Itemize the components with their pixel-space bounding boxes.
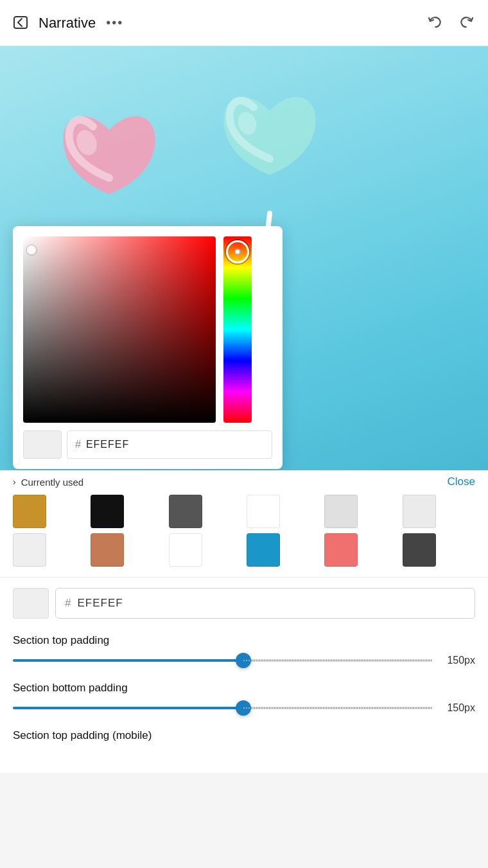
svg-rect-0 — [14, 17, 27, 28]
color-input-row: # EFEFEF — [13, 588, 475, 619]
bottom-hex-hash: # — [65, 597, 71, 610]
gradient-cursor[interactable] — [27, 245, 36, 254]
section-top-padding-label: Section top padding — [13, 634, 475, 647]
hue-cursor[interactable] — [226, 240, 249, 263]
hex-value: EFEFEF — [86, 439, 129, 450]
section-bottom-padding-value: 150px — [440, 702, 475, 714]
page-title: Narrative — [39, 15, 96, 31]
swatch-blue[interactable] — [247, 533, 280, 567]
currently-used-section: › Currently used Close — [0, 470, 488, 577]
swatch-white[interactable] — [247, 495, 280, 528]
section-bottom-padding-row: Section bottom padding 150px — [13, 682, 475, 714]
currently-used-label: Currently used — [21, 477, 84, 488]
section-top-padding-mobile-label: Section top padding (mobile) — [13, 729, 475, 742]
color-picker-main — [23, 236, 272, 423]
bottom-hex-value: EFEFEF — [77, 597, 123, 610]
slider-dotted-right — [243, 660, 432, 661]
back-button[interactable] — [10, 12, 33, 35]
section-top-padding-fill — [13, 659, 243, 662]
section-top-padding-row: Section top padding 150px — [13, 634, 475, 666]
hue-slider[interactable] — [223, 236, 252, 423]
hue-cursor-inner — [234, 249, 241, 255]
hero-image: # EFEFEF — [0, 46, 488, 470]
swatch-charcoal[interactable] — [403, 533, 436, 567]
hex-input-wrapper[interactable]: # EFEFEF — [67, 430, 272, 459]
hex-row: # EFEFEF — [23, 430, 272, 459]
hex-hash: # — [75, 439, 81, 450]
close-button[interactable]: Close — [448, 475, 475, 488]
header: Narrative ••• — [0, 0, 488, 46]
swatch-white2[interactable] — [169, 533, 202, 567]
color-swatch-preview-small — [23, 430, 62, 459]
swatch-salmon[interactable] — [324, 533, 358, 567]
hex-input-box[interactable]: # EFEFEF — [55, 588, 475, 619]
slider-dotted-right-bottom — [243, 707, 432, 709]
color-swatches-grid — [13, 495, 475, 567]
section-top-padding-mobile-row: Section top padding (mobile) — [13, 729, 475, 742]
undo-button[interactable] — [424, 12, 447, 35]
swatch-dark-gray[interactable] — [169, 495, 202, 528]
section-bottom-padding-slider-container: 150px — [13, 702, 475, 714]
more-options-button[interactable]: ••• — [106, 15, 123, 30]
swatch-near-white[interactable] — [13, 533, 46, 567]
section-bottom-padding-fill — [13, 707, 243, 709]
swatch-light-gray[interactable] — [324, 495, 358, 528]
chevron-right-icon: › — [13, 477, 16, 487]
section-top-padding-value: 150px — [440, 655, 475, 666]
redo-button[interactable] — [455, 12, 478, 35]
section-bottom-padding-track[interactable] — [13, 707, 432, 709]
swatch-black[interactable] — [91, 495, 124, 528]
gradient-bg — [23, 236, 216, 423]
bottom-panel: # EFEFEF Section top padding 150px Secti… — [0, 577, 488, 773]
currently-used-header: › Currently used Close — [13, 475, 475, 488]
swatch-golden[interactable] — [13, 495, 46, 528]
section-bottom-padding-label: Section bottom padding — [13, 682, 475, 695]
color-preview-box — [13, 588, 49, 619]
section-top-padding-slider-container: 150px — [13, 655, 475, 666]
swatch-very-light-gray[interactable] — [403, 495, 436, 528]
section-top-padding-track[interactable] — [13, 659, 432, 662]
color-gradient-area[interactable] — [23, 236, 216, 423]
color-picker-popup: # EFEFEF — [13, 226, 283, 469]
swatch-brownish[interactable] — [91, 533, 124, 567]
header-actions — [424, 12, 478, 35]
